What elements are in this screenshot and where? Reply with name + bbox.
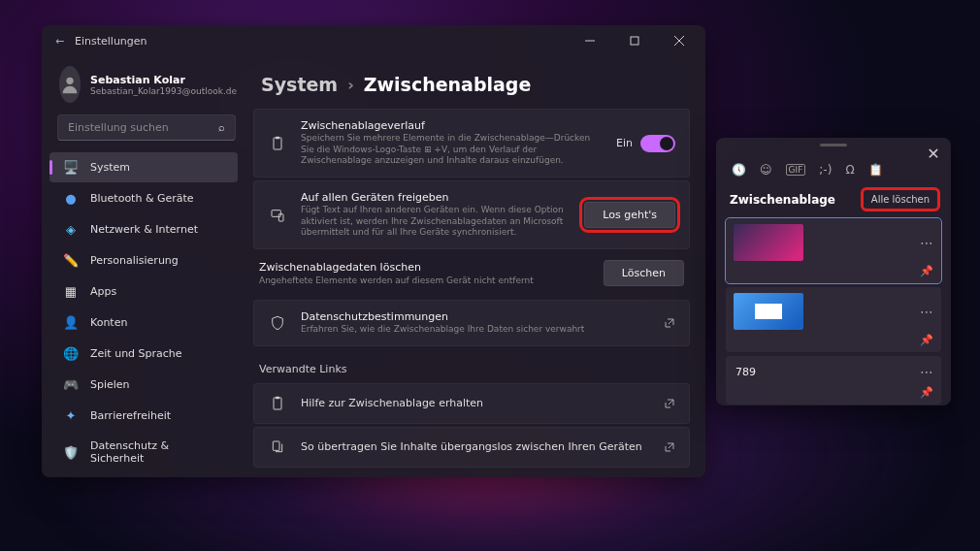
clear-all-button[interactable]: Alle löschen xyxy=(864,190,937,209)
profile[interactable]: Sebastian Kolar Sebastian_Kolar1993@outl… xyxy=(49,60,244,114)
link-help-clipboard[interactable]: Hilfe zur Zwischenablage erhalten xyxy=(253,383,690,424)
svg-rect-6 xyxy=(276,136,279,139)
card-privacy[interactable]: Datenschutzbestimmungen Erfahren Sie, wi… xyxy=(253,300,690,346)
external-link-icon xyxy=(664,441,675,453)
back-button[interactable]: ← xyxy=(55,35,75,48)
breadcrumb-parent[interactable]: System xyxy=(261,74,338,95)
search-box[interactable]: ⌕ xyxy=(57,114,236,141)
svg-rect-9 xyxy=(274,398,281,409)
svg-rect-5 xyxy=(274,138,281,149)
clear-button[interactable]: Löschen xyxy=(604,260,684,286)
pin-icon[interactable]: 📌 xyxy=(920,265,933,277)
apps-icon: ▦ xyxy=(63,284,79,299)
window-title: Einstellungen xyxy=(75,35,147,48)
tab-emoji-icon[interactable]: ☺ xyxy=(760,163,772,177)
svg-point-4 xyxy=(66,78,73,84)
tab-symbols-icon[interactable]: Ω xyxy=(845,163,854,177)
thumbnail xyxy=(734,224,803,261)
close-button[interactable] xyxy=(657,25,702,56)
clipboard-item-3[interactable]: 789⋯ 📌 xyxy=(726,356,941,405)
thumbnail xyxy=(734,293,803,330)
content-area: System › Zwischenablage Zwischenablageve… xyxy=(244,56,705,477)
copy-icon xyxy=(268,439,287,455)
pin-icon[interactable]: 📌 xyxy=(920,386,933,399)
close-icon[interactable]: ✕ xyxy=(924,144,943,163)
settings-window: ← Einstellungen Sebastian Kolar Sebastia… xyxy=(42,25,705,477)
avatar xyxy=(59,66,81,103)
more-icon[interactable]: ⋯ xyxy=(920,240,933,246)
nav-network[interactable]: ◈Netzwerk & Internet xyxy=(49,214,238,244)
search-icon: ⌕ xyxy=(218,121,225,134)
wifi-icon: ◈ xyxy=(63,222,79,237)
nav-privacy[interactable]: 🛡️Datenschutz & Sicherheit xyxy=(49,432,238,472)
profile-name: Sebastian Kolar xyxy=(90,74,237,86)
display-icon: 🖥️ xyxy=(63,160,79,175)
profile-email: Sebastian_Kolar1993@outlook.de xyxy=(90,86,237,96)
help-link[interactable]: 🗨️ Hilfe anfordern xyxy=(253,470,690,477)
svg-rect-11 xyxy=(273,441,279,450)
nav-update[interactable]: ⟳Windows Update xyxy=(49,473,238,477)
tab-recent-icon[interactable]: 🕔 xyxy=(732,163,746,177)
clipboard-icon xyxy=(268,396,287,411)
breadcrumb-current: Zwischenablage xyxy=(364,74,532,95)
nav-time[interactable]: 🌐Zeit und Sprache xyxy=(49,339,238,369)
tab-kaomoji-icon[interactable]: ;-) xyxy=(819,163,832,177)
history-toggle[interactable] xyxy=(640,135,675,152)
accessibility-icon: ✦ xyxy=(63,408,79,423)
clipboard-flyout: ✕ 🕔 ☺ GIF ;-) Ω 📋 Zwischenablage Alle lö… xyxy=(716,138,951,405)
globe-icon: 🌐 xyxy=(63,346,79,361)
chevron-right-icon: › xyxy=(347,76,354,94)
external-link-icon xyxy=(664,317,675,329)
card-sync: Auf allen Geräten freigeben Fügt Text au… xyxy=(253,180,690,249)
titlebar: ← Einstellungen xyxy=(42,25,705,56)
nav-apps[interactable]: ▦Apps xyxy=(49,276,238,307)
related-links-label: Verwandte Links xyxy=(253,349,690,383)
devices-icon xyxy=(268,208,287,223)
tab-clipboard-icon[interactable]: 📋 xyxy=(868,163,883,177)
external-link-icon xyxy=(664,398,675,409)
nav-system[interactable]: 🖥️System xyxy=(49,152,238,182)
search-input[interactable] xyxy=(68,121,218,134)
nav-accessibility[interactable]: ✦Barrierefreiheit xyxy=(49,401,238,431)
more-icon[interactable]: ⋯ xyxy=(920,308,933,315)
clipboard-item-2[interactable]: ⋯ 📌 xyxy=(726,287,941,352)
sidebar: Sebastian Kolar Sebastian_Kolar1993@outl… xyxy=(42,56,244,477)
person-icon: 👤 xyxy=(63,315,79,330)
svg-rect-10 xyxy=(276,396,279,399)
link-transfer[interactable]: So übertragen Sie Inhalte übergangslos z… xyxy=(253,427,690,468)
maximize-button[interactable] xyxy=(612,25,657,56)
clipboard-title: Zwischenablage xyxy=(730,193,835,207)
pin-icon[interactable]: 📌 xyxy=(920,334,933,346)
clipboard-icon xyxy=(268,136,287,151)
more-icon[interactable]: ⋯ xyxy=(920,369,933,375)
nav-accounts[interactable]: 👤Konten xyxy=(49,308,238,338)
bluetooth-icon: ● xyxy=(63,191,79,206)
card-history: Zwischenablageverlauf Speichern Sie mehr… xyxy=(253,109,690,178)
minimize-button[interactable] xyxy=(568,25,612,56)
nav-personalization[interactable]: ✏️Personalisierung xyxy=(49,245,238,276)
brush-icon: ✏️ xyxy=(63,253,79,268)
clipboard-item-1[interactable]: ⋯ 📌 xyxy=(726,218,941,283)
tab-gif-icon[interactable]: GIF xyxy=(786,164,806,176)
drag-handle[interactable] xyxy=(820,144,847,146)
clipboard-tabs: 🕔 ☺ GIF ;-) Ω 📋 xyxy=(726,146,941,184)
shield-outline-icon xyxy=(268,315,287,331)
svg-rect-1 xyxy=(631,37,638,45)
nav-gaming[interactable]: 🎮Spielen xyxy=(49,370,238,400)
nav-bluetooth[interactable]: ●Bluetooth & Geräte xyxy=(49,183,238,213)
shield-icon: 🛡️ xyxy=(63,445,79,460)
breadcrumb: System › Zwischenablage xyxy=(253,56,690,109)
gamepad-icon: 🎮 xyxy=(63,377,79,392)
card-clear: Zwischenablagedaten löschen Angeheftete … xyxy=(253,252,690,294)
svg-rect-7 xyxy=(272,210,280,216)
sync-start-button[interactable]: Los geht's xyxy=(584,202,675,228)
